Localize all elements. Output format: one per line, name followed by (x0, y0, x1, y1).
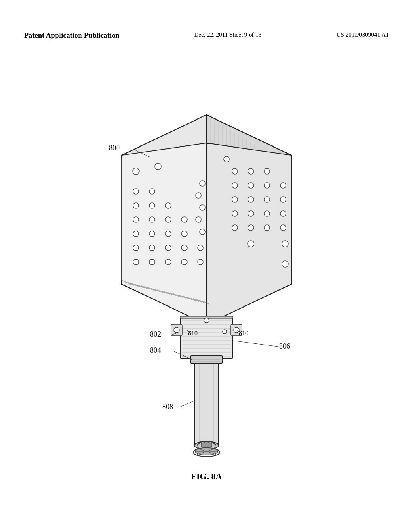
ref-806: 806 (279, 342, 290, 350)
svg-point-91 (264, 183, 270, 188)
svg-point-65 (133, 217, 139, 222)
svg-point-66 (149, 217, 155, 222)
svg-point-74 (149, 245, 155, 251)
header-date-sheet: Dec. 22, 2011 Sheet 9 of 13 (194, 31, 261, 39)
svg-point-107 (282, 241, 288, 247)
svg-point-79 (149, 259, 155, 265)
svg-point-96 (280, 197, 286, 202)
svg-point-98 (248, 211, 254, 216)
header-publication-label: Patent Application Publication (24, 31, 119, 41)
svg-point-103 (264, 225, 270, 231)
svg-point-92 (280, 183, 286, 188)
svg-point-73 (133, 245, 139, 251)
svg-line-182 (180, 401, 194, 407)
svg-point-68 (181, 217, 187, 222)
svg-point-67 (165, 217, 171, 222)
patent-drawing: 800 802 804 806 810 810 808 (65, 66, 348, 490)
svg-point-97 (232, 211, 238, 216)
svg-point-78 (133, 259, 139, 265)
svg-point-111 (200, 205, 205, 210)
page-header: Patent Application Publication Dec. 22, … (0, 31, 413, 41)
svg-point-109 (200, 181, 205, 186)
svg-point-101 (232, 225, 238, 231)
svg-point-87 (248, 168, 254, 174)
svg-point-77 (198, 245, 203, 251)
svg-point-95 (264, 197, 270, 202)
svg-point-106 (224, 156, 229, 162)
svg-point-102 (248, 225, 254, 231)
svg-point-105 (248, 241, 254, 247)
svg-point-113 (200, 229, 205, 235)
svg-point-63 (149, 203, 155, 208)
svg-point-154 (174, 327, 179, 333)
page: Patent Application Publication Dec. 22, … (0, 0, 413, 532)
svg-point-112 (196, 217, 201, 222)
svg-point-81 (181, 259, 187, 265)
svg-point-72 (181, 231, 187, 237)
figure-label: FIG. 8A (191, 471, 222, 482)
svg-rect-159 (194, 357, 219, 445)
svg-point-104 (280, 225, 286, 231)
svg-point-71 (165, 231, 171, 237)
svg-point-82 (198, 259, 203, 265)
svg-point-76 (181, 245, 187, 251)
ref-800: 800 (109, 144, 120, 152)
svg-point-158 (223, 330, 227, 334)
svg-point-64 (165, 203, 171, 208)
svg-point-99 (264, 211, 270, 216)
ref-810b: 810 (239, 330, 248, 337)
svg-point-80 (165, 259, 171, 265)
svg-point-60 (133, 189, 139, 194)
svg-point-89 (232, 183, 238, 188)
ref-804: 804 (150, 346, 161, 354)
figure-container: 800 802 804 806 810 810 808 (24, 64, 389, 492)
svg-point-90 (248, 183, 254, 188)
svg-point-62 (133, 203, 139, 208)
svg-point-84 (155, 163, 161, 170)
svg-point-61 (149, 189, 155, 194)
ref-810a: 810 (188, 330, 198, 337)
svg-line-179 (233, 341, 278, 347)
svg-point-108 (282, 261, 288, 267)
svg-point-110 (196, 193, 201, 198)
ref-802: 802 (150, 330, 161, 338)
svg-point-94 (248, 197, 254, 202)
svg-point-83 (133, 168, 139, 175)
ref-808: 808 (162, 403, 173, 411)
header-patent-number: US 2011/0309041 A1 (336, 31, 389, 39)
figure-svg: 800 802 804 806 810 810 808 (65, 66, 348, 478)
svg-point-100 (280, 211, 286, 216)
svg-point-70 (149, 231, 155, 237)
svg-point-88 (264, 168, 270, 174)
svg-point-75 (165, 245, 171, 251)
svg-point-93 (232, 197, 238, 202)
svg-point-86 (232, 168, 238, 174)
svg-point-157 (204, 318, 209, 323)
svg-point-69 (133, 231, 139, 237)
